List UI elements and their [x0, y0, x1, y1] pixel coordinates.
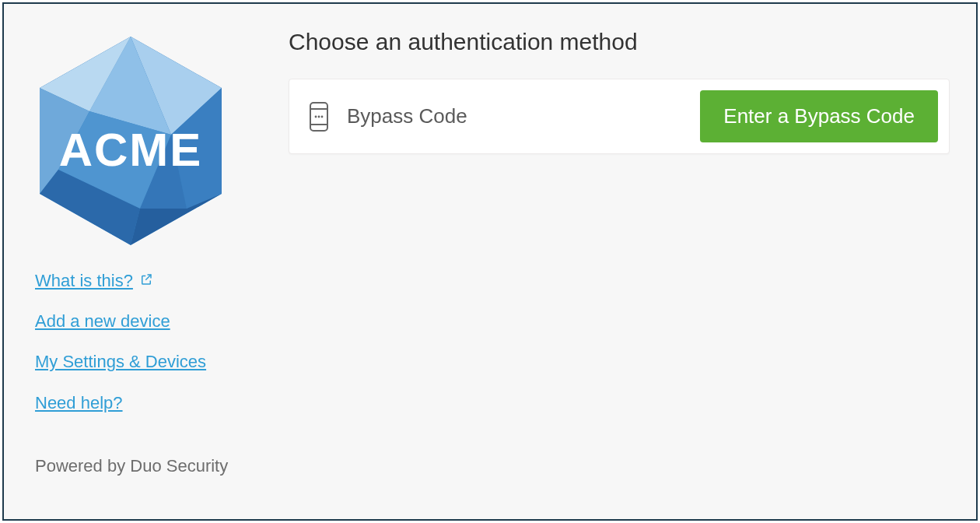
enter-bypass-code-button[interactable]: Enter a Bypass Code	[700, 90, 938, 142]
svg-point-14	[315, 115, 317, 118]
sidebar-links: What is this? Add a new device My Settin…	[35, 272, 268, 434]
brand-logo: ACME	[35, 33, 226, 248]
hexagon-logo-icon: ACME	[35, 33, 226, 248]
link-label: My Settings & Devices	[35, 353, 206, 371]
page-heading: Choose an authentication method	[289, 29, 950, 55]
external-link-icon	[139, 272, 153, 290]
svg-point-15	[318, 115, 320, 118]
link-label: Add a new device	[35, 312, 170, 331]
brand-text: ACME	[59, 124, 203, 176]
svg-point-16	[321, 115, 324, 118]
link-label: What is this?	[35, 272, 133, 290]
need-help-link[interactable]: Need help?	[35, 394, 123, 412]
my-settings-link[interactable]: My Settings & Devices	[35, 353, 206, 371]
phone-bypass-icon	[308, 101, 330, 132]
link-label: Need help?	[35, 394, 123, 412]
sidebar: ACME What is this? Add a new device My S…	[35, 33, 268, 497]
auth-method-left: Bypass Code	[308, 101, 467, 132]
auth-method-card: Bypass Code Enter a Bypass Code	[289, 79, 950, 154]
main-content: Choose an authentication method Bypass C…	[289, 29, 950, 497]
what-is-this-link[interactable]: What is this?	[35, 272, 153, 290]
powered-by-text: Powered by Duo Security	[35, 456, 268, 476]
add-device-link[interactable]: Add a new device	[35, 312, 170, 331]
auth-method-label: Bypass Code	[347, 104, 467, 128]
auth-frame: ACME What is this? Add a new device My S…	[2, 2, 978, 521]
